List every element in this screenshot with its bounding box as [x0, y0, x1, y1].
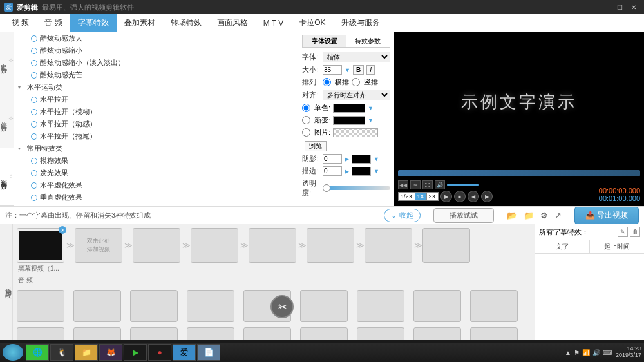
effect-category[interactable]: 水平运动类	[14, 81, 298, 93]
main-tab[interactable]: 画面风格	[209, 14, 256, 32]
audio-clip-slot[interactable]	[17, 327, 64, 340]
audio-clip-slot[interactable]	[243, 327, 291, 340]
play-try-button[interactable]: 播放试试	[433, 208, 494, 223]
effect-item[interactable]: 水平拉开（动感）	[14, 118, 298, 130]
side-tab[interactable]: ☆停留特效	[0, 90, 14, 148]
effect-item[interactable]: 酷炫动感缩小	[14, 44, 298, 57]
audio-clip-slot[interactable]	[187, 290, 234, 322]
speed-1x[interactable]: 1X	[415, 193, 427, 200]
size-input[interactable]	[323, 65, 342, 75]
audio-clip-slot[interactable]	[413, 290, 461, 322]
taskbar-app-8[interactable]: 📄	[197, 344, 220, 361]
audio-clip-slot[interactable]	[470, 327, 518, 340]
main-tab[interactable]: 字幕特效	[70, 14, 117, 32]
clip-slot[interactable]	[307, 228, 354, 263]
audio-clip-slot[interactable]	[187, 327, 234, 340]
solid-color-radio[interactable]	[302, 104, 310, 112]
effect-item[interactable]: 水平拉开（模糊）	[14, 106, 298, 118]
arrange-vertical-radio[interactable]	[352, 78, 360, 86]
gradient-radio[interactable]	[302, 116, 310, 124]
align-select[interactable]: 多行时左对齐	[323, 90, 390, 100]
clip-close-icon[interactable]: ✕	[59, 226, 66, 234]
edit-icon[interactable]: ✎	[618, 227, 628, 237]
clip-slot[interactable]	[133, 228, 180, 263]
audio-clip-slot[interactable]	[73, 327, 121, 340]
speed-half[interactable]: 1/2X	[399, 193, 415, 200]
effect-category[interactable]: 常用特效类	[14, 142, 298, 155]
main-tab[interactable]: 卡拉OK	[291, 14, 333, 32]
main-tab[interactable]: M T V	[256, 14, 292, 32]
screenshot-button[interactable]: ✂	[410, 180, 421, 189]
taskbar-app-1[interactable]: 🌐	[26, 344, 49, 361]
image-swatch[interactable]	[333, 128, 378, 137]
volume-slider[interactable]	[447, 184, 479, 186]
clock[interactable]: 14:23 2019/3/17	[616, 346, 641, 359]
audio-clip-slot[interactable]	[413, 327, 461, 340]
taskbar-app-4[interactable]: 🦊	[99, 344, 122, 361]
effect-item[interactable]: 酷炫动感放大	[14, 32, 298, 44]
audio-clip-slot[interactable]	[357, 327, 404, 340]
stop-button[interactable]: ■	[454, 191, 466, 202]
tray-flag-icon[interactable]: ⚑	[574, 349, 580, 356]
folder-icon[interactable]: 📁	[524, 211, 534, 220]
tray-up-icon[interactable]: ▲	[565, 349, 571, 356]
rewind-button[interactable]: ◀◀	[398, 180, 408, 189]
effect-item[interactable]: 发光效果	[14, 167, 298, 179]
audio-clip-slot[interactable]	[300, 290, 348, 322]
collapse-button[interactable]: ⌄收起	[384, 209, 421, 222]
taskbar-app-7[interactable]: 爱	[173, 344, 196, 361]
main-tab[interactable]: 音 频	[37, 14, 70, 32]
tray-keyboard-icon[interactable]: ⌨	[603, 349, 612, 356]
audio-clip-slot[interactable]	[130, 290, 178, 322]
image-fill-radio[interactable]	[302, 128, 310, 137]
audio-clip-slot[interactable]	[73, 290, 121, 322]
fullscreen-button[interactable]: ⛶	[422, 180, 433, 189]
clip-slot[interactable]	[365, 228, 412, 263]
clip-slot[interactable]	[249, 228, 296, 263]
close-button[interactable]: ✕	[627, 3, 640, 12]
arrange-horizontal-radio[interactable]	[323, 78, 331, 86]
effect-item[interactable]: 垂直虚化效果	[14, 191, 298, 204]
effect-item[interactable]: 酷炫动感缩小（淡入淡出）	[14, 57, 298, 69]
tray-volume-icon[interactable]: 🔊	[592, 349, 600, 356]
progress-bar[interactable]	[398, 170, 640, 176]
bold-button[interactable]: B	[353, 65, 364, 75]
audio-clip-slot[interactable]	[17, 290, 64, 322]
taskbar-app-5[interactable]: ▶	[124, 344, 147, 361]
opacity-slider[interactable]	[323, 186, 390, 190]
speed-2x[interactable]: 2X	[427, 193, 438, 200]
start-button[interactable]	[3, 344, 23, 361]
clip-slot[interactable]: 双击此处添加视频	[75, 228, 122, 263]
effect-item[interactable]: 酷炫动感光芒	[14, 69, 298, 81]
main-tab[interactable]: 叠加素材	[117, 14, 163, 32]
stroke-color[interactable]	[352, 167, 371, 176]
minimize-button[interactable]: —	[599, 3, 612, 12]
taskbar-app-6[interactable]: ●	[148, 344, 171, 361]
font-select[interactable]: 楷体	[323, 52, 390, 62]
effect-item[interactable]: 水平拉开	[14, 93, 298, 106]
share-icon[interactable]: ↗	[554, 211, 562, 220]
gear-icon[interactable]: ⚙	[540, 211, 548, 220]
gradient-swatch[interactable]	[333, 116, 365, 125]
export-button[interactable]: 📤 导出视频	[574, 207, 639, 224]
audio-clip-slot[interactable]	[130, 327, 178, 340]
prev-frame-button[interactable]: ◀	[468, 191, 479, 202]
taskbar-app-2[interactable]: 🐧	[50, 344, 73, 361]
effect-list[interactable]: 酷炫动感放大酷炫动感缩小酷炫动感缩小（淡入淡出）酷炫动感光芒水平运动类水平拉开水…	[14, 32, 298, 206]
effect-item[interactable]: 水平拉开（拖尾）	[14, 130, 298, 142]
stroke-input[interactable]	[323, 166, 342, 176]
volume-icon[interactable]: 🔊	[435, 180, 445, 189]
next-frame-button[interactable]: ▶	[481, 191, 493, 202]
tab-font-settings[interactable]: 字体设置	[303, 35, 346, 47]
audio-clip-slot[interactable]	[470, 290, 518, 322]
audio-clip-slot[interactable]	[357, 290, 404, 322]
main-tab[interactable]: 视 频	[4, 14, 37, 32]
cut-button[interactable]: ✂	[270, 295, 294, 318]
side-tab[interactable]: ☆消失特效	[0, 148, 14, 206]
tab-effect-params[interactable]: 特效参数	[346, 35, 390, 47]
effect-item[interactable]: 水平虚化效果	[14, 179, 298, 191]
timeline-main[interactable]: ✕≫双击此处添加视频≫≫≫≫≫≫ 黑幕视频（1... 音 频 ✂	[13, 224, 535, 340]
shadow-color[interactable]	[352, 155, 371, 164]
delete-icon[interactable]: 🗑	[630, 227, 640, 237]
clip-slot[interactable]: ✕	[17, 228, 64, 263]
